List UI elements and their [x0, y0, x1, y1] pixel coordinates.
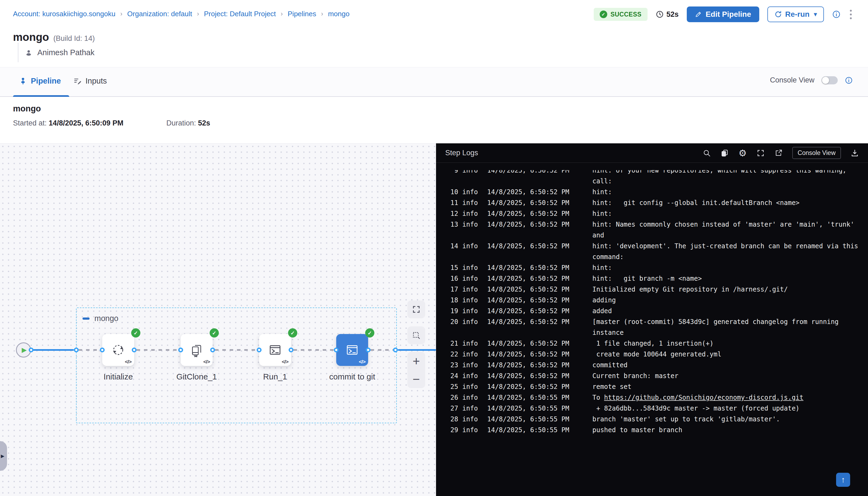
- step-node-initialize[interactable]: </>: [102, 334, 134, 366]
- log-timestamp: 14/8/2025, 6:50:52 PM: [487, 284, 569, 295]
- log-line-number: 13: [446, 219, 458, 230]
- log-level: info: [462, 219, 478, 230]
- log-line: 16info14/8/2025, 6:50:52 PMhint: git bra…: [436, 273, 868, 284]
- log-line-continuation: call:: [436, 176, 868, 187]
- step-node-gitclone[interactable]: </>: [181, 334, 213, 366]
- log-line-number: 19: [446, 306, 458, 316]
- connector-dot: [74, 347, 79, 352]
- tab-pipeline[interactable]: Pipeline: [19, 77, 61, 86]
- scroll-to-top-button[interactable]: ↑: [836, 473, 850, 487]
- log-line: 28info14/8/2025, 6:50:55 PMbranch 'maste…: [436, 414, 868, 424]
- breadcrumb-account[interactable]: Account: kurosakiichigo.songoku: [13, 10, 115, 18]
- log-message: + 82a6dbb...5843d9c master -> master (fo…: [592, 403, 800, 414]
- log-message: create mode 100644 generated.yml: [592, 349, 722, 360]
- log-timestamp: 14/8/2025, 6:50:55 PM: [487, 392, 569, 403]
- step-label: GitClone_1: [156, 372, 237, 381]
- log-link[interactable]: https://github.com/Sonichigo/economy-dis…: [604, 394, 803, 401]
- zoom-in-button[interactable]: +: [413, 355, 420, 367]
- breadcrumb-separator: ›: [197, 10, 199, 18]
- log-clip-mask: [436, 163, 868, 170]
- log-output[interactable]: 9info14/8/2025, 6:50:52 PMhint: of your …: [436, 165, 868, 435]
- console-view-toggle[interactable]: [821, 76, 838, 84]
- canvas-select-button[interactable]: [407, 326, 425, 344]
- log-message: Current branch: master: [592, 371, 678, 381]
- log-message: remote set: [592, 381, 632, 392]
- stage-label: mongo: [94, 314, 119, 323]
- log-level: info: [462, 360, 478, 371]
- status-badge: ✓ SUCCESS: [594, 8, 648, 21]
- run-duration: Duration: 52s: [166, 119, 210, 127]
- tab-inputs[interactable]: Inputs: [74, 77, 107, 86]
- log-line-number: 12: [446, 208, 458, 219]
- zoom-out-button[interactable]: −: [413, 373, 420, 385]
- log-line: 23info14/8/2025, 6:50:52 PMcommitted: [436, 360, 868, 371]
- log-line-continuation: command:: [436, 251, 868, 262]
- started-value: 14/8/2025, 6:50:09 PM: [49, 119, 123, 127]
- log-line-number: 11: [446, 198, 458, 208]
- rerun-button[interactable]: Re-run ▾: [768, 6, 824, 22]
- log-copy-icon[interactable]: [720, 149, 729, 157]
- log-timestamp: 14/8/2025, 6:50:52 PM: [487, 295, 569, 306]
- chevron-down-icon[interactable]: ▾: [814, 11, 817, 18]
- info-icon[interactable]: [832, 10, 841, 19]
- stage-collapse-button[interactable]: [82, 317, 90, 320]
- edit-pipeline-button[interactable]: Edit Pipeline: [687, 6, 759, 22]
- connector-dot: [29, 347, 33, 352]
- pipeline-execution-page: Account: kurosakiichigo.songoku › Organi…: [0, 0, 868, 496]
- step-logs-panel: Step Logs ⚙ Console View: [436, 143, 868, 496]
- breadcrumb: Account: kurosakiichigo.songoku › Organi…: [13, 10, 350, 18]
- breadcrumb-pipeline-name[interactable]: mongo: [328, 10, 350, 18]
- code-icon: </>: [359, 359, 366, 365]
- author-name: Animesh Pathak: [37, 48, 94, 57]
- console-view-label: Console View: [770, 76, 815, 84]
- arrow-up-icon: ↑: [841, 475, 845, 484]
- rerun-label: Re-run: [785, 10, 809, 19]
- log-line: 20info14/8/2025, 6:50:52 PM[master (root…: [436, 316, 868, 327]
- log-open-external-icon[interactable]: [774, 149, 782, 157]
- log-download-icon[interactable]: [851, 149, 859, 157]
- run-summary: mongo Started at: 14/8/2025, 6:50:09 PM …: [0, 97, 868, 143]
- log-fullscreen-icon[interactable]: [757, 149, 765, 157]
- connector-dot: [178, 347, 183, 352]
- canvas-fit-view-button[interactable]: [407, 300, 425, 318]
- duration-value: 52s: [666, 10, 679, 19]
- connector-solid: [31, 349, 74, 351]
- more-options-menu[interactable]: [849, 9, 853, 20]
- log-timestamp: 14/8/2025, 6:50:52 PM: [487, 273, 569, 284]
- step-label: Initialize: [78, 372, 159, 381]
- check-circle-icon: ✓: [600, 11, 607, 18]
- log-message: [master (root-commit) 5843d9c] generated…: [592, 316, 838, 327]
- log-line: 24info14/8/2025, 6:50:52 PMCurrent branc…: [436, 371, 868, 381]
- log-message: instance: [592, 327, 624, 338]
- console-view-info-icon[interactable]: [845, 76, 853, 84]
- log-line-number: 10: [446, 187, 458, 198]
- log-line-number: 21: [446, 338, 458, 349]
- breadcrumb-separator: ›: [321, 10, 323, 18]
- connector-dot: [100, 347, 105, 352]
- log-line-number: 27: [446, 403, 458, 414]
- breadcrumb-project[interactable]: Project: Default Project: [204, 10, 276, 18]
- console-view-button[interactable]: Console View: [792, 147, 841, 159]
- log-message: hint:: [592, 262, 612, 273]
- log-search-icon[interactable]: [703, 149, 711, 157]
- breadcrumb-organization[interactable]: Organization: default: [127, 10, 192, 18]
- duration-indicator: 52s: [656, 10, 679, 19]
- connector-dot: [393, 347, 398, 352]
- log-message: hint:: [592, 187, 612, 198]
- log-level: info: [462, 198, 478, 208]
- step-node-commit-to-git[interactable]: </>: [336, 334, 368, 366]
- left-panel-expand-handle[interactable]: ▶: [0, 441, 7, 471]
- log-settings-icon[interactable]: ⚙: [739, 149, 746, 158]
- git-clone-icon: [189, 342, 204, 358]
- log-line-number: 17: [446, 284, 458, 295]
- pipeline-canvas[interactable]: ▶ mongo </> </> </> </>: [0, 143, 436, 496]
- breadcrumb-pipelines[interactable]: Pipelines: [288, 10, 316, 18]
- edit-pipeline-label: Edit Pipeline: [706, 10, 751, 19]
- log-level: info: [462, 295, 478, 306]
- log-line: 18info14/8/2025, 6:50:52 PMadding: [436, 295, 868, 306]
- step-node-run[interactable]: </>: [259, 334, 291, 366]
- code-icon: </>: [125, 359, 131, 365]
- clock-icon: [656, 10, 664, 18]
- log-level: info: [462, 371, 478, 381]
- log-line: 21info14/8/2025, 6:50:52 PM 1 file chang…: [436, 338, 868, 349]
